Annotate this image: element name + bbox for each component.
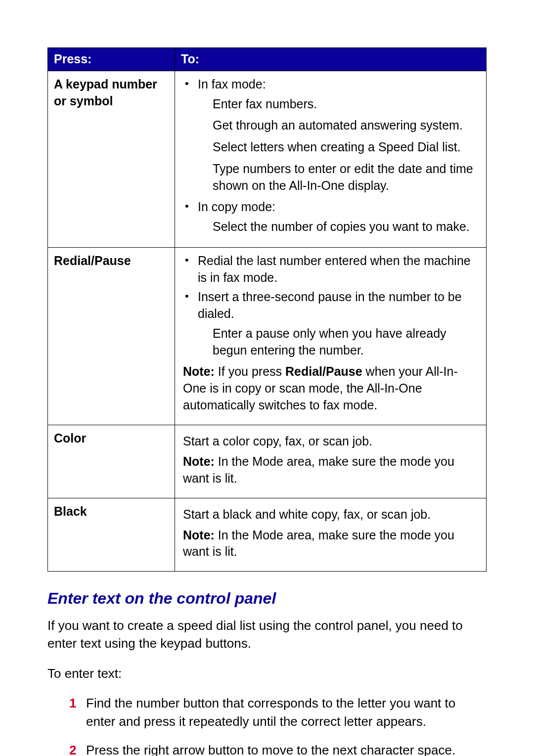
note-text: If you press xyxy=(218,364,285,378)
bullet-sub: Type numbers to enter or edit the date a… xyxy=(198,161,479,194)
note-text: In the Mode area, make sure the mode you… xyxy=(183,528,454,559)
table-row: A keypad number or symbol In fax mode: E… xyxy=(48,71,487,247)
step-item: Find the number button that corresponds … xyxy=(47,694,487,730)
to-cell-black: Start a black and white copy, fax, or sc… xyxy=(175,498,487,571)
bullet-sub: Enter fax numbers. xyxy=(198,96,479,113)
table-row: Redial/Pause Redial the last number ente… xyxy=(48,247,487,425)
note-label: Note: xyxy=(183,454,218,468)
press-cell-redial: Redial/Pause xyxy=(48,247,175,425)
bullet-item: Insert a three-second pause in the numbe… xyxy=(183,289,479,358)
note-label: Note: xyxy=(183,528,218,542)
intro-paragraph: If you want to create a speed dial list … xyxy=(47,617,487,653)
bullet-list: Redial the last number entered when the … xyxy=(183,253,479,359)
step-item: Press the right arrow button to move to … xyxy=(47,741,487,756)
control-panel-table: Press: To: A keypad number or symbol In … xyxy=(47,47,487,572)
table-row: Black Start a black and white copy, fax,… xyxy=(48,498,487,571)
col-header-to: To: xyxy=(175,48,487,71)
steps-list: Find the number button that corresponds … xyxy=(47,694,487,756)
press-label: or symbol xyxy=(54,93,169,110)
note-paragraph: Note: If you press Redial/Pause when you… xyxy=(183,363,479,413)
note-text: In the Mode area, make sure the mode you… xyxy=(183,454,454,485)
note-label: Note: xyxy=(183,364,218,378)
table-row: Color Start a color copy, fax, or scan j… xyxy=(48,425,487,498)
bullet-sub: Select the number of copies you want to … xyxy=(198,219,479,235)
bullet-item: Redial the last number entered when the … xyxy=(183,253,479,286)
to-cell-redial: Redial the last number entered when the … xyxy=(175,247,487,425)
note-bold: Redial/Pause xyxy=(285,364,362,378)
to-cell-keypad: In fax mode: Enter fax numbers. Get thro… xyxy=(175,71,487,247)
table-header-row: Press: To: xyxy=(48,48,487,71)
body-line: Start a color copy, fax, or scan job. xyxy=(183,433,479,450)
note-paragraph: Note: In the Mode area, make sure the mo… xyxy=(183,453,479,487)
bullet-lead: Redial the last number entered when the … xyxy=(198,254,471,284)
press-cell-black: Black xyxy=(48,498,175,571)
bullet-sub: Enter a pause only when you have already… xyxy=(198,325,479,359)
bullet-sub: Get through an automated answering syste… xyxy=(198,117,479,134)
press-cell-color: Color xyxy=(48,425,175,498)
body-line: Start a black and white copy, fax, or sc… xyxy=(183,506,479,523)
to-cell-color: Start a color copy, fax, or scan job. No… xyxy=(175,425,487,498)
bullet-sub: Select letters when creating a Speed Dia… xyxy=(198,139,479,156)
bullet-list: In fax mode: Enter fax numbers. Get thro… xyxy=(183,76,479,235)
press-label: A keypad number xyxy=(54,76,169,93)
bullet-lead: In fax mode: xyxy=(198,77,266,91)
to-enter-text: To enter text: xyxy=(47,665,487,682)
col-header-press: Press: xyxy=(48,48,175,71)
bullet-item: In copy mode: Select the number of copie… xyxy=(183,199,479,235)
bullet-lead: Insert a three-second pause in the numbe… xyxy=(198,290,462,320)
bullet-lead: In copy mode: xyxy=(198,200,275,214)
section-heading: Enter text on the control panel xyxy=(47,589,487,608)
document-page: Press: To: A keypad number or symbol In … xyxy=(0,0,534,756)
press-cell-keypad: A keypad number or symbol xyxy=(48,71,175,247)
note-paragraph: Note: In the Mode area, make sure the mo… xyxy=(183,527,479,561)
bullet-item: In fax mode: Enter fax numbers. Get thro… xyxy=(183,76,479,194)
